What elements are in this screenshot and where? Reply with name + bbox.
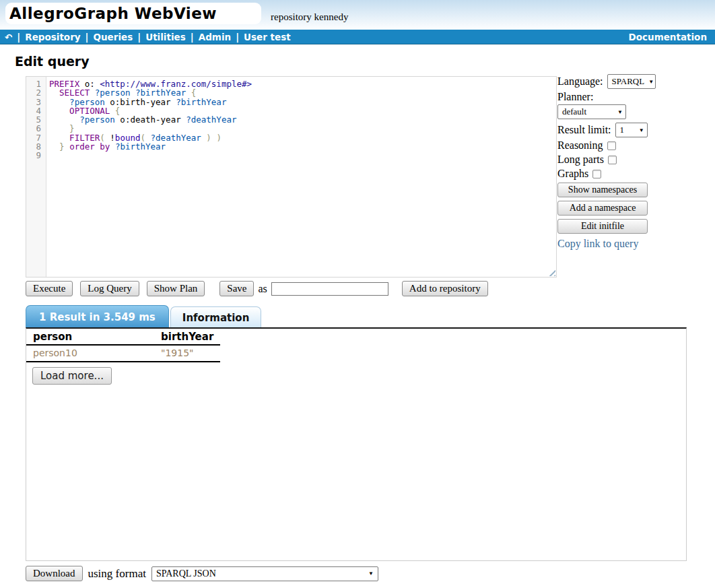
line-number: 7: [26, 133, 46, 142]
checkbox-long-parts[interactable]: [608, 156, 617, 164]
results-tabbar: 1 Result in 3.549 msInformation: [26, 305, 263, 329]
line-number: 5: [26, 115, 46, 124]
line-number: 9: [26, 151, 46, 160]
code-line: 7 FILTER( !bound( ?deathYear ) ): [26, 133, 556, 142]
execute-button[interactable]: Execute: [26, 281, 73, 296]
tab-information[interactable]: Information: [170, 306, 262, 329]
load-more-button[interactable]: Load more...: [32, 367, 112, 385]
code-text[interactable]: FILTER( !bound( ?deathYear ) ): [46, 133, 222, 142]
back-arrow-icon[interactable]: ↶: [5, 32, 12, 42]
nav-item-admin[interactable]: Admin: [199, 32, 231, 42]
main-nav: ↶ | Repository|Queries|Utilities|Admin|U…: [0, 30, 715, 44]
chevron-down-icon: ▼: [368, 570, 374, 577]
nav-separator: |: [137, 32, 141, 42]
chevron-down-icon: ▼: [617, 109, 623, 115]
code-text[interactable]: ?person o:death-year ?deathYear: [46, 115, 236, 124]
checkbox-graphs[interactable]: [592, 170, 601, 178]
code-area[interactable]: 1PREFIX o: <http://www.franz.com/simple#…: [26, 79, 556, 160]
code-text[interactable]: } order by ?birthYear: [46, 142, 166, 151]
add-a-namespace-button[interactable]: Add a namespace: [557, 201, 648, 216]
using-format-label: using format: [88, 567, 146, 581]
language-value: SPARQL: [612, 76, 645, 87]
format-select[interactable]: SPARQL JSON ▼: [151, 566, 378, 581]
option-label-long-parts: Long parts: [557, 154, 604, 166]
app-title: AllegroGraph WebView: [9, 5, 217, 22]
code-text[interactable]: SELECT ?person ?birthYear {: [46, 88, 196, 97]
option-row-graphs: Graphs: [557, 168, 714, 180]
save-button[interactable]: Save: [219, 281, 254, 296]
line-number: 1: [26, 79, 46, 88]
results-panel: personbirthYear person10"1915" Load more…: [26, 327, 687, 561]
nav-separator: |: [86, 32, 89, 42]
line-number: 6: [26, 124, 46, 133]
app-header: AllegroGraph WebView repository kennedy: [0, 0, 715, 30]
nav-separator: |: [17, 32, 20, 42]
show-plan-button[interactable]: Show Plan: [147, 281, 205, 296]
copy-link-to-query[interactable]: Copy link to query: [557, 238, 638, 250]
nav-separator: |: [236, 32, 239, 42]
checkbox-reasoning[interactable]: [607, 141, 616, 150]
code-text[interactable]: OPTIONAL {: [46, 106, 120, 115]
line-number: 8: [26, 142, 46, 151]
option-row-long-parts: Long parts: [557, 154, 714, 166]
query-options-panel: Language: SPARQL ▼ Planner: default ▼ Re…: [557, 74, 714, 250]
repository-label: repository kennedy: [271, 11, 348, 23]
result-limit-value: 1: [620, 125, 625, 135]
format-value: SPARQL JSON: [156, 568, 216, 579]
line-number: 4: [26, 106, 46, 115]
code-line: 2 SELECT ?person ?birthYear {: [26, 88, 556, 97]
resize-handle-icon[interactable]: [547, 267, 555, 276]
results-table: personbirthYear person10"1915": [26, 329, 220, 362]
nav-items: Repository|Queries|Utilities|Admin|User …: [25, 32, 290, 42]
save-name-input[interactable]: [271, 282, 388, 296]
cell-birthyear: "1915": [154, 345, 220, 362]
table-row: person10"1915": [26, 345, 220, 362]
code-text[interactable]: [46, 151, 49, 160]
code-line: 6 }: [26, 124, 556, 133]
code-line: 1PREFIX o: <http://www.franz.com/simple#…: [26, 79, 556, 88]
code-text[interactable]: ?person o:birth-year ?birthYear: [46, 98, 226, 106]
nav-separator: |: [191, 32, 194, 42]
code-line: 5 ?person o:death-year ?deathYear: [26, 115, 556, 124]
line-number: 3: [26, 98, 46, 106]
column-header-birthyear: birthYear: [154, 329, 220, 345]
column-header-person: person: [26, 329, 154, 345]
language-select[interactable]: SPARQL ▼: [607, 74, 656, 89]
code-text[interactable]: }: [46, 124, 75, 133]
line-number: 2: [26, 88, 46, 97]
edit-initfile-button[interactable]: Edit initfile: [557, 219, 648, 234]
planner-select[interactable]: default ▼: [557, 104, 626, 119]
nav-item-utilities[interactable]: Utilities: [145, 32, 186, 42]
nav-item-user-test[interactable]: User test: [244, 32, 291, 42]
option-label-reasoning: Reasoning: [557, 139, 603, 152]
query-editor[interactable]: 1PREFIX o: <http://www.franz.com/simple#…: [26, 76, 557, 277]
page-title: Edit query: [15, 54, 90, 69]
show-namespaces-button[interactable]: Show namespaces: [557, 183, 648, 197]
chevron-down-icon: ▼: [639, 127, 644, 133]
nav-item-queries[interactable]: Queries: [94, 32, 133, 42]
planner-value: default: [562, 106, 586, 117]
download-row: Download using format SPARQL JSON ▼: [26, 566, 378, 581]
option-label-graphs: Graphs: [557, 168, 588, 180]
namespace-buttons: Show namespacesAdd a namespaceEdit initf…: [557, 183, 714, 234]
save-as-label: as: [258, 283, 267, 295]
option-row-reasoning: Reasoning: [557, 139, 714, 152]
code-line: 3 ?person o:birth-year ?birthYear: [26, 98, 556, 106]
planner-label: Planner:: [557, 91, 593, 103]
query-actions-row: Execute Log Query Show Plan Save as Add …: [26, 281, 488, 296]
download-button[interactable]: Download: [26, 566, 83, 581]
code-line: 4 OPTIONAL {: [26, 106, 556, 115]
result-limit-label: Result limit:: [557, 124, 611, 136]
code-text[interactable]: PREFIX o: <http://www.franz.com/simple#>: [46, 79, 252, 88]
result-limit-select[interactable]: 1 ▼: [615, 123, 648, 137]
chevron-down-icon: ▼: [648, 79, 654, 85]
option-checkboxes: ReasoningLong partsGraphs: [557, 139, 714, 180]
cell-person[interactable]: person10: [26, 345, 154, 362]
tab-1-result-in-3-549-ms[interactable]: 1 Result in 3.549 ms: [26, 305, 169, 329]
nav-item-repository[interactable]: Repository: [25, 32, 80, 42]
code-line: 8 } order by ?birthYear: [26, 142, 556, 151]
add-to-repository-button[interactable]: Add to repository: [402, 281, 488, 296]
log-query-button[interactable]: Log Query: [80, 281, 139, 296]
code-line: 9: [26, 151, 556, 160]
nav-documentation-link[interactable]: Documentation: [629, 32, 707, 42]
